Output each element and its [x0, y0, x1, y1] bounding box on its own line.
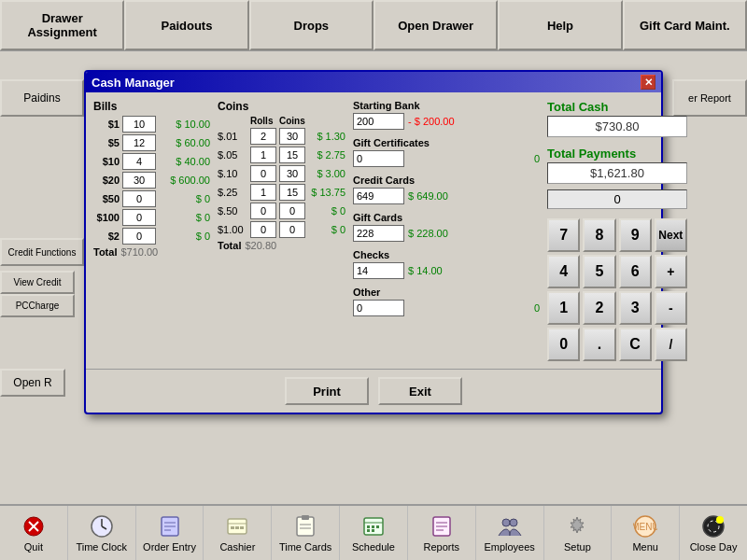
dialog-bottom: Print Exit — [86, 369, 661, 413]
nav-menu[interactable]: MENU Menu — [612, 506, 680, 560]
key-8[interactable]: 8 — [583, 218, 615, 252]
quit-icon — [21, 513, 47, 539]
total-cash-value: $730.80 — [547, 116, 687, 137]
bill-qty-10[interactable] — [122, 153, 156, 170]
bill-row-5: $5 $ 60.00 — [93, 134, 210, 151]
gift-certificates-amount: 0 — [534, 153, 540, 164]
rolls-col-header: Rolls — [250, 116, 276, 126]
key-6[interactable]: 6 — [619, 255, 652, 288]
coins-total-row: Total $20.80 — [218, 240, 345, 251]
nav-order-entry[interactable]: Order Entry — [136, 506, 204, 560]
other-qty[interactable] — [353, 300, 404, 316]
open-drawer-button[interactable]: Open Drawer — [374, 0, 498, 50]
svg-rect-21 — [367, 525, 370, 528]
key-minus[interactable]: - — [655, 291, 687, 325]
time-clock-icon — [89, 513, 115, 539]
starting-bank-section: Starting Bank - $ 200.00 — [353, 100, 540, 130]
nav-setup[interactable]: Setup — [544, 506, 613, 560]
gift-certificates-label: Gift Certificates — [353, 137, 540, 148]
credit-cards-qty[interactable] — [353, 188, 404, 204]
dialog-close-button[interactable]: ✕ — [641, 75, 655, 90]
coin-coins-05[interactable] — [279, 147, 305, 163]
credit-functions-button[interactable]: Credit Functions — [0, 238, 84, 266]
bill-qty-2[interactable] — [122, 228, 156, 245]
bill-qty-100[interactable] — [122, 209, 156, 226]
menu-icon: MENU — [632, 513, 658, 539]
exit-button[interactable]: Exit — [378, 377, 462, 405]
print-button[interactable]: Print — [285, 377, 369, 405]
coin-rolls-50[interactable] — [250, 203, 276, 219]
coin-rolls-01[interactable] — [250, 128, 276, 145]
key-next[interactable]: Next — [655, 218, 687, 252]
credit-cards-section: Credit Cards $ 649.00 — [353, 175, 540, 204]
coin-coins-25[interactable] — [279, 184, 305, 201]
key-3[interactable]: 3 — [619, 291, 652, 325]
bills-total-value: $710.00 — [120, 246, 158, 258]
bill-row-20: $20 $ 600.00 — [93, 172, 210, 189]
gift-cards-qty[interactable] — [353, 225, 404, 242]
coin-coins-10[interactable] — [279, 165, 305, 182]
pccharge-button[interactable]: PCCharge — [0, 294, 75, 317]
key-0[interactable]: 0 — [547, 328, 580, 361]
coin-amt-50: $ 0 — [308, 205, 345, 217]
paidins-button[interactable]: Paidins — [0, 79, 84, 117]
coin-rolls-25[interactable] — [250, 184, 276, 201]
help-button[interactable]: Help — [498, 0, 622, 50]
drops-button[interactable]: Drops — [249, 0, 374, 50]
coin-coins-50[interactable] — [279, 203, 305, 219]
open-r-button[interactable]: Open R — [0, 369, 65, 397]
nav-quit-label: Quit — [24, 541, 43, 553]
time-cards-icon — [292, 513, 318, 539]
bill-amt-20: $ 600.00 — [159, 175, 210, 186]
nav-close-day[interactable]: Close Day — [680, 506, 747, 560]
coin-coins-100[interactable] — [279, 221, 305, 238]
bill-qty-20[interactable] — [122, 172, 156, 189]
starting-bank-qty[interactable] — [353, 113, 404, 130]
checks-amount: $ 14.00 — [408, 265, 443, 276]
key-9[interactable]: 9 — [619, 218, 652, 252]
coin-rolls-100[interactable] — [250, 221, 276, 238]
coin-row-50: $.50 $ 0 — [218, 203, 345, 219]
nav-employees[interactable]: Employees — [476, 506, 544, 560]
gift-cards-amount: $ 228.00 — [408, 228, 448, 239]
svg-rect-14 — [240, 526, 244, 529]
coin-amt-05: $ 2.75 — [308, 149, 345, 161]
coin-coins-01[interactable] — [279, 128, 305, 145]
coin-row-10: $.10 $ 3.00 — [218, 165, 345, 182]
key-dot[interactable]: . — [583, 328, 615, 361]
view-credit-button[interactable]: View Credit — [0, 271, 75, 294]
paidouts-button[interactable]: Paidouts — [124, 0, 248, 50]
nav-cashier[interactable]: Cashier — [204, 506, 272, 560]
bill-qty-50[interactable] — [122, 190, 156, 207]
key-slash[interactable]: / — [655, 328, 687, 361]
key-4[interactable]: 4 — [547, 255, 580, 288]
nav-time-clock[interactable]: Time Clock — [68, 506, 136, 560]
key-c[interactable]: C — [619, 328, 652, 361]
key-plus[interactable]: + — [655, 255, 687, 288]
gift-card-maint-button[interactable]: Gift Card Maint. — [623, 0, 747, 50]
bill-label-2: $2 — [93, 231, 120, 242]
svg-point-31 — [510, 519, 517, 526]
coin-rolls-05[interactable] — [250, 147, 276, 163]
bill-row-100: $100 $ 0 — [93, 209, 210, 226]
key-7[interactable]: 7 — [547, 218, 580, 252]
coin-rolls-10[interactable] — [250, 165, 276, 182]
bill-qty-5[interactable] — [122, 134, 156, 151]
nav-time-cards[interactable]: Time Cards — [272, 506, 340, 560]
drawer-assignment-button[interactable]: Drawer Assignment — [0, 0, 124, 50]
nav-reports[interactable]: Reports — [408, 506, 476, 560]
bills-total-label: Total — [93, 246, 117, 258]
nav-quit[interactable]: Quit — [0, 506, 68, 560]
bill-qty-1[interactable] — [122, 116, 156, 133]
key-1[interactable]: 1 — [547, 291, 580, 325]
nav-close-day-label: Close Day — [690, 541, 738, 553]
cash-manager-dialog: Cash Manager ✕ Bills $1 $ 10.00 — [84, 70, 663, 414]
key-5[interactable]: 5 — [583, 255, 615, 288]
nav-schedule[interactable]: Schedule — [340, 506, 408, 560]
starting-bank-amount: - $ 200.00 — [408, 116, 455, 127]
cashier-icon — [224, 513, 250, 539]
gift-certificates-qty[interactable] — [353, 150, 404, 167]
checks-qty[interactable] — [353, 262, 404, 279]
coin-amt-100: $ 0 — [308, 224, 345, 235]
key-2[interactable]: 2 — [583, 291, 615, 325]
